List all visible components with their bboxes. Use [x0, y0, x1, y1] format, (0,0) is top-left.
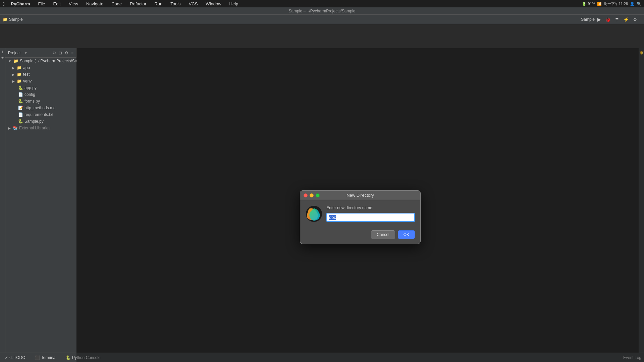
- clock: 周一下午11:28: [604, 1, 628, 6]
- dialog-pycharm-logo: [306, 205, 322, 222]
- sample-py-label: Sample.py: [24, 119, 44, 124]
- file-app-py[interactable]: 🐍 app.py: [5, 84, 82, 91]
- external-libraries[interactable]: ▶ 📚 External Libraries: [5, 125, 82, 131]
- menu-run[interactable]: Run: [153, 1, 164, 7]
- search-menu-icon[interactable]: 🔍: [637, 2, 641, 6]
- http-md-label: http_methods.md: [24, 106, 56, 110]
- settings-button[interactable]: ⚙: [632, 16, 639, 23]
- app-label: app: [23, 65, 30, 70]
- todo-icon: ✓: [5, 355, 8, 360]
- req-txt-label: requirements.txt: [24, 112, 53, 117]
- menu-code[interactable]: Code: [110, 1, 123, 7]
- menubar-right: 🔋 91% 📶 周一下午11:28 👤 🔍: [582, 1, 641, 6]
- todo-tab[interactable]: ✓ 6: TODO: [3, 355, 28, 361]
- forms-py-label: forms.py: [24, 99, 40, 104]
- menu-tools[interactable]: Tools: [169, 1, 182, 7]
- venv-folder-icon: 📁: [17, 79, 22, 83]
- root-label: Sample (~/ PycharmProjects/Sample): [20, 59, 82, 63]
- titlebar: Sample – ~/PycharmProjects/Sample: [0, 7, 644, 15]
- python-console-icon: 🐍: [66, 355, 71, 360]
- sample-project-label: Sample: [9, 17, 23, 22]
- todo-label: 6: TODO: [9, 355, 25, 360]
- collapse-icon[interactable]: ⊟: [59, 51, 62, 55]
- folder-app[interactable]: ▶ 📁 app: [5, 64, 82, 71]
- dialog-close-button[interactable]: [304, 193, 308, 197]
- forms-py-icon: 🐍: [18, 99, 23, 104]
- folder-venv[interactable]: ▶ 📁 venv: [5, 78, 82, 84]
- terminal-icon: ⬛: [35, 355, 40, 360]
- panel-header-title: Project: [8, 51, 20, 55]
- root-folder-icon: 📁: [13, 59, 18, 63]
- new-directory-dialog: New Directory: [300, 190, 421, 244]
- favorites-tab[interactable]: ★: [0, 55, 5, 60]
- modal-overlay: New Directory: [76, 48, 644, 362]
- coverage-button[interactable]: ☂: [613, 16, 621, 23]
- panel-header: Project ▼ ⚙ ⊟ ⚙ ≡: [5, 48, 76, 58]
- menu-vcs[interactable]: VCS: [187, 1, 200, 7]
- venv-arrow-icon: ▶: [12, 79, 15, 83]
- txt-icon: 📄: [18, 112, 23, 117]
- dialog-content: Enter new directory name:: [326, 205, 415, 222]
- file-tree: ▼ 📁 Sample (~/ PycharmProjects/Sample) ▶…: [5, 58, 82, 362]
- file-forms-py[interactable]: 🐍 forms.py: [5, 98, 82, 105]
- sync-icon[interactable]: ⚙: [52, 51, 56, 55]
- config-label: config: [24, 92, 35, 97]
- directory-name-input[interactable]: [326, 213, 415, 222]
- file-http-md[interactable]: 📝 http_methods.md: [5, 105, 82, 111]
- user-icon: 👤: [630, 2, 635, 6]
- terminal-label: Terminal: [41, 355, 56, 360]
- run-config-area: Sample ▶ 🐞 ☂ ⚡ ⚙: [581, 16, 639, 23]
- ext-lib-arrow-icon: ▶: [8, 126, 11, 130]
- dialog-minimize-button[interactable]: [310, 193, 314, 197]
- file-sample-py[interactable]: 🐍 Sample.py: [5, 118, 82, 125]
- menu-window[interactable]: Window: [204, 1, 223, 7]
- sample-py-icon: 🐍: [18, 119, 23, 124]
- test-label: test: [23, 72, 30, 77]
- dialog-body: Enter new directory name:: [300, 200, 420, 228]
- dialog-maximize-button[interactable]: [316, 193, 320, 197]
- structure-tab[interactable]: 1: [1, 50, 4, 55]
- menu-pycharm[interactable]: PyCharm: [9, 1, 32, 7]
- left-vertical-tabs: 1 ★: [0, 48, 5, 362]
- ext-lib-icon: 📚: [13, 126, 18, 130]
- test-arrow-icon: ▶: [12, 73, 15, 76]
- settings-panel-icon[interactable]: ⚙: [65, 51, 68, 55]
- run-config-name: Sample: [581, 17, 595, 22]
- run-button[interactable]: ▶: [596, 16, 602, 23]
- panel-header-icons: ⚙ ⊟ ⚙ ≡: [52, 51, 73, 55]
- file-requirements-txt[interactable]: 📄 requirements.txt: [5, 111, 82, 118]
- file-config[interactable]: 📄 config: [5, 91, 82, 98]
- app-arrow-icon: ▶: [12, 66, 15, 70]
- folder-test[interactable]: ▶ 📁 test: [5, 71, 82, 78]
- dialog-title: New Directory: [346, 193, 374, 198]
- root-arrow-icon: ▼: [8, 59, 11, 63]
- main-layout: 1 ★ Project ▼ ⚙ ⊟ ⚙ ≡ ▼ 📁 Sample (~/ Pyc…: [0, 48, 644, 362]
- editor-area: No files are open New Directory: [76, 48, 644, 362]
- more-icon[interactable]: ≡: [71, 51, 73, 55]
- menu-help[interactable]: Help: [228, 1, 240, 7]
- menu-view[interactable]: View: [67, 1, 80, 7]
- menu-edit[interactable]: Edit: [52, 1, 62, 7]
- config-icon: 📄: [18, 92, 23, 97]
- profile-button[interactable]: ⚡: [622, 16, 630, 23]
- venv-label: venv: [23, 79, 32, 83]
- panel-dropdown-icon[interactable]: ▼: [24, 51, 28, 55]
- terminal-tab[interactable]: ⬛ Terminal: [33, 355, 58, 361]
- cancel-button[interactable]: Cancel: [371, 230, 395, 239]
- debug-button[interactable]: 🐞: [604, 16, 612, 23]
- dialog-traffic-lights: [304, 193, 320, 197]
- test-folder-icon: 📁: [17, 72, 22, 77]
- tree-root[interactable]: ▼ 📁 Sample (~/ PycharmProjects/Sample): [5, 58, 82, 64]
- battery-status: 🔋 91%: [582, 2, 595, 6]
- ok-button[interactable]: OK: [398, 230, 415, 239]
- menu-navigate[interactable]: Navigate: [85, 1, 105, 7]
- dialog-prompt-label: Enter new directory name:: [326, 205, 415, 210]
- top-action-bar: 📁 Sample Sample ▶ 🐞 ☂ ⚡ ⚙: [0, 15, 644, 24]
- dialog-footer: Cancel OK: [300, 228, 420, 244]
- project-panel: Project ▼ ⚙ ⊟ ⚙ ≡ ▼ 📁 Sample (~/ Pycharm…: [5, 48, 76, 362]
- wifi-icon: 📶: [597, 2, 602, 6]
- menu-file[interactable]: File: [37, 1, 47, 7]
- apple-logo-icon[interactable]: : [3, 1, 4, 7]
- menubar:  PyCharm File Edit View Navigate Code R…: [0, 0, 644, 7]
- menu-refactor[interactable]: Refactor: [128, 1, 148, 7]
